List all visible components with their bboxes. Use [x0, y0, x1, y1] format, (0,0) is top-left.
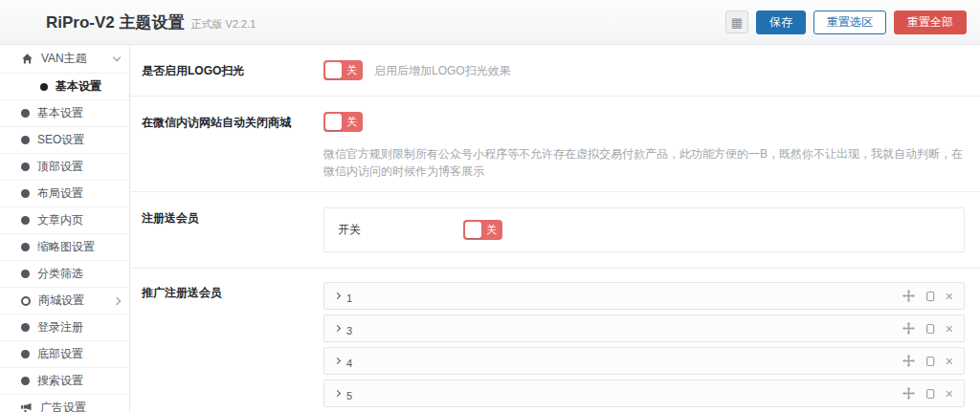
- sidebar-item-label: 文章内页: [37, 212, 83, 228]
- sidebar-item-label: 基本设置: [37, 105, 83, 121]
- sidebar-item-thumbnail-settings[interactable]: 缩略图设置: [0, 234, 129, 261]
- delete-icon[interactable]: ×: [946, 322, 953, 336]
- bullet-icon: [21, 189, 30, 198]
- settings-panel: 是否启用LOGO扫光 关 启用后增加LOGO扫光效果 在微信内访网站自动关闭商城…: [130, 45, 980, 412]
- bullet-icon: [21, 163, 30, 171]
- sidebar-item-top-settings[interactable]: 顶部设置: [0, 154, 129, 181]
- accordion-item-actions: ×: [902, 355, 953, 368]
- sidebar-item-label: 分类筛选: [37, 266, 83, 282]
- sidebar-item-seo-settings[interactable]: SEO设置: [0, 127, 129, 154]
- version-badge: 正式版 V2.2.1: [191, 17, 256, 32]
- chevron-right-icon: [334, 293, 341, 299]
- chevron-right-icon: [334, 390, 341, 397]
- setting-row-logo-shine: 是否启用LOGO扫光 关 启用后增加LOGO扫光效果: [130, 45, 980, 97]
- toggle-knob: [325, 62, 342, 78]
- page-title: RiPro-V2 主题设置 正式版 V2.2.1: [46, 11, 256, 33]
- bullet-icon: [21, 243, 30, 251]
- register-gift-toggle[interactable]: 关: [463, 220, 502, 240]
- delete-icon[interactable]: ×: [946, 387, 953, 401]
- move-icon[interactable]: [902, 355, 915, 367]
- clone-icon[interactable]: [924, 323, 936, 335]
- accordion-item-3[interactable]: 4 ×: [323, 347, 965, 375]
- setting-description: 微信官方规则限制所有公众号小程序等不允许存在虚拟交易付款产品，此功能方便的一B，…: [323, 145, 965, 180]
- toggle-knob: [465, 222, 481, 238]
- accordion-item-1[interactable]: 1 ×: [323, 282, 965, 310]
- header-actions: ▦ 保存 重置选区 重置全部: [725, 11, 967, 34]
- sidebar-item-ad-settings[interactable]: 广告设置: [0, 395, 129, 412]
- setting-label: 注册送会员: [142, 207, 323, 252]
- toggle-off-label: 关: [486, 220, 497, 240]
- save-button[interactable]: 保存: [756, 11, 806, 34]
- accordion-item-2[interactable]: 3 ×: [323, 314, 965, 342]
- clone-icon[interactable]: [924, 291, 936, 302]
- setting-row-register-gift-vip: 注册送会员 开关 关: [130, 192, 980, 269]
- reset-all-button[interactable]: 重置全部: [894, 11, 967, 34]
- bullet-icon: [40, 83, 48, 91]
- sidebar-item-category-filter[interactable]: 分类筛选: [0, 261, 129, 288]
- sidebar-item-label: SEO设置: [37, 132, 84, 148]
- accordion-item-title: 4: [346, 358, 352, 369]
- setting-control: 开关 关: [323, 207, 965, 252]
- chevron-down-icon: [113, 54, 121, 61]
- setting-row-wechat-close-shop: 在微信内访网站自动关闭商城 关 微信官方规则限制所有公众号小程序等不允许存在虚拟…: [130, 97, 980, 192]
- sidebar-item-login-register[interactable]: 登录注册: [0, 314, 129, 341]
- bullet-icon: [21, 323, 30, 332]
- sidebar-item-label: 广告设置: [40, 400, 86, 412]
- delete-icon[interactable]: ×: [946, 290, 953, 303]
- sidebar-item-article-page[interactable]: 文章内页: [0, 207, 129, 234]
- sidebar-item-label: 搜索设置: [37, 373, 83, 389]
- page-title-text: RiPro-V2 主题设置: [46, 11, 185, 33]
- delete-icon[interactable]: ×: [946, 355, 953, 368]
- sidebar-item-search-settings[interactable]: 搜索设置: [0, 368, 129, 395]
- bullet-icon: [21, 216, 30, 225]
- setting-label: 推广注册送会员: [142, 282, 323, 412]
- sidebar-item-footer-settings[interactable]: 底部设置: [0, 341, 129, 368]
- setting-label: 是否启用LOGO扫光: [142, 60, 323, 80]
- accordion-item-4[interactable]: 5 ×: [323, 379, 965, 407]
- sidebar-item-van-theme[interactable]: VAN主题: [0, 45, 129, 74]
- sidebar-subitem-basic-settings-active[interactable]: 基本设置: [0, 74, 129, 100]
- bullet-icon: [21, 136, 30, 144]
- bullet-icon: [21, 109, 30, 118]
- sidebar-item-label: 顶部设置: [37, 159, 83, 175]
- chevron-right-icon: [113, 296, 121, 304]
- wechat-close-shop-toggle[interactable]: 关: [323, 112, 363, 132]
- chevron-right-icon: [334, 358, 341, 364]
- panel-grid-icon[interactable]: ▦: [725, 11, 748, 33]
- accordion-item-actions: ×: [902, 290, 953, 303]
- sidebar-item-shop-settings[interactable]: 商城设置: [0, 288, 129, 314]
- sidebar-item-label: 基本设置: [56, 78, 101, 95]
- move-icon[interactable]: [902, 322, 915, 335]
- register-gift-fieldset: 开关 关: [323, 207, 965, 252]
- sidebar-item-label: 底部设置: [37, 346, 83, 362]
- ring-icon: [21, 296, 31, 306]
- theme-settings-page: RiPro-V2 主题设置 正式版 V2.2.1 ▦ 保存 重置选区 重置全部 …: [0, 0, 980, 412]
- sidebar-item-label: 登录注册: [37, 319, 83, 336]
- bullet-icon: [21, 377, 30, 385]
- accordion-item-title: 1: [346, 293, 352, 304]
- home-icon: [21, 53, 33, 65]
- megaphone-icon: [21, 402, 33, 412]
- settings-sidebar: VAN主题 基本设置 基本设置 SEO设置 顶部设置 布局设置: [0, 45, 130, 412]
- accordion-item-title: 5: [346, 390, 352, 401]
- reset-section-button[interactable]: 重置选区: [813, 11, 886, 34]
- accordion-item-actions: ×: [902, 322, 953, 336]
- chevron-right-icon: [334, 325, 341, 332]
- clone-icon[interactable]: [924, 388, 936, 400]
- sidebar-item-label: 商城设置: [38, 293, 84, 309]
- sidebar-item-basic-settings[interactable]: 基本设置: [0, 100, 129, 127]
- logo-shine-toggle[interactable]: 关: [323, 60, 363, 80]
- setting-row-promo-register-gift: 推广注册送会员 1 × 3: [130, 269, 980, 412]
- clone-icon[interactable]: [924, 356, 936, 367]
- sidebar-item-layout-settings[interactable]: 布局设置: [0, 181, 129, 207]
- move-icon[interactable]: [902, 387, 915, 400]
- setting-label: 在微信内访网站自动关闭商城: [142, 112, 323, 180]
- setting-description: 启用后增加LOGO扫光效果: [374, 62, 511, 79]
- page-body: VAN主题 基本设置 基本设置 SEO设置 顶部设置 布局设置: [0, 45, 980, 412]
- sidebar-item-label: VAN主题: [41, 51, 87, 67]
- accordion-item-actions: ×: [902, 387, 953, 401]
- setting-control: 关 启用后增加LOGO扫光效果: [323, 60, 965, 80]
- setting-control: 关 微信官方规则限制所有公众号小程序等不允许存在虚拟交易付款产品，此功能方便的一…: [323, 112, 965, 180]
- move-icon[interactable]: [902, 290, 915, 302]
- toggle-knob: [325, 114, 342, 130]
